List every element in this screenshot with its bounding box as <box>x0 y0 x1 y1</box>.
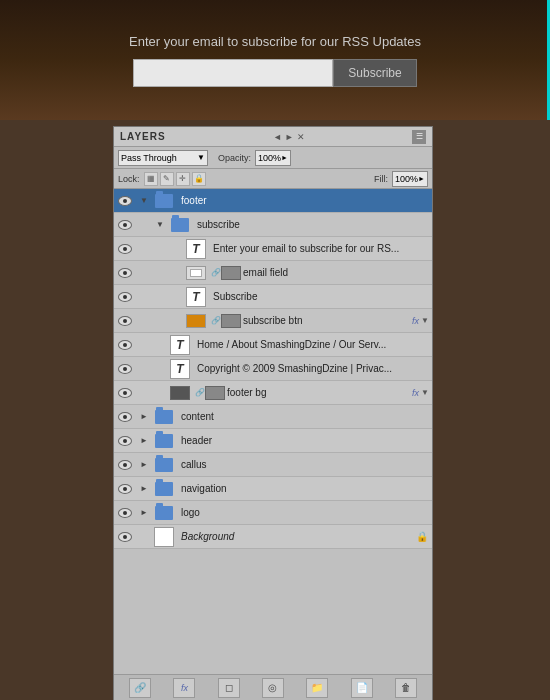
fill-input[interactable]: 100% ► <box>392 171 428 187</box>
thumbnail-subscribe-btn <box>184 311 208 331</box>
expand-icon-logo[interactable]: ► <box>136 508 152 517</box>
fill-arrow: ► <box>418 175 425 182</box>
visibility-icon-copyright[interactable] <box>114 364 136 374</box>
visibility-icon-callus[interactable] <box>114 460 136 470</box>
mask-thumbnail-footer-bg <box>205 386 225 400</box>
visibility-icon-header[interactable] <box>114 436 136 446</box>
blend-mode-arrow: ▼ <box>197 153 205 162</box>
layer-name-background: Background <box>179 531 416 542</box>
fx-badge-subscribe-btn: fx <box>412 316 419 326</box>
new-layer-button[interactable]: 📄 <box>351 678 373 698</box>
fx-arrow-footer-bg: ▼ <box>421 388 429 397</box>
visibility-icon-subscribe-btn[interactable] <box>114 316 136 326</box>
layer-row-rss-text[interactable]: TEnter your email to subscribe for our R… <box>114 237 432 261</box>
layer-name-email-field: email field <box>241 267 432 278</box>
expand-icon-callus[interactable]: ► <box>136 460 152 469</box>
fill-value-text: 100% <box>395 174 418 184</box>
scroll-left-icon[interactable]: ◄ <box>273 132 282 142</box>
layer-name-subscribe: subscribe <box>195 219 432 230</box>
expand-icon-subscribe[interactable]: ▼ <box>152 220 168 229</box>
layer-row-callus[interactable]: ►callus <box>114 453 432 477</box>
visibility-icon-logo[interactable] <box>114 508 136 518</box>
lock-indicator-icon: 🔒 <box>416 531 428 542</box>
visibility-icon-background[interactable] <box>114 532 136 542</box>
layer-name-subscribe-text: Subscribe <box>211 291 432 302</box>
thumbnail-email-field <box>184 263 208 283</box>
mask-thumbnail-email-field <box>221 266 241 280</box>
layer-row-logo[interactable]: ►logo <box>114 501 432 525</box>
thumbnail-navigation <box>152 479 176 499</box>
lock-move-icon[interactable]: ✛ <box>176 172 190 186</box>
layer-row-copyright[interactable]: TCopyright © 2009 SmashingDzine | Privac… <box>114 357 432 381</box>
layer-row-subscribe-btn[interactable]: 🔗subscribe btnfx▼ <box>114 309 432 333</box>
layer-name-callus: callus <box>179 459 432 470</box>
fill-label: Fill: <box>374 174 388 184</box>
lock-position-icon[interactable]: ✎ <box>160 172 174 186</box>
expand-icon-header[interactable]: ► <box>136 436 152 445</box>
chain-icon-subscribe-btn: 🔗 <box>211 314 221 328</box>
layer-name-subscribe-btn: subscribe btn <box>241 315 412 326</box>
visibility-icon-subscribe-text[interactable] <box>114 292 136 302</box>
adjustment-layer-button[interactable]: ◎ <box>262 678 284 698</box>
blend-mode-value: Pass Through <box>121 153 177 163</box>
expand-icon-footer[interactable]: ▼ <box>136 196 152 205</box>
subscribe-button[interactable]: Subscribe <box>333 59 416 87</box>
thumbnail-footer <box>152 191 176 211</box>
opacity-arrow: ► <box>281 154 288 161</box>
lock-row: Lock: ▦ ✎ ✛ 🔒 Fill: 100% ► <box>114 169 432 189</box>
layer-row-navigation[interactable]: ►navigation <box>114 477 432 501</box>
layer-row-footer[interactable]: ▼footer <box>114 189 432 213</box>
blend-mode-select[interactable]: Pass Through ▼ <box>118 150 208 166</box>
thumbnail-home-nav: T <box>168 335 192 355</box>
layer-name-rss-text: Enter your email to subscribe for our RS… <box>211 243 432 254</box>
layer-row-background[interactable]: Background🔒 <box>114 525 432 549</box>
thumbnail-content <box>152 407 176 427</box>
visibility-icon-rss-text[interactable] <box>114 244 136 254</box>
visibility-icon-content[interactable] <box>114 412 136 422</box>
layer-name-logo: logo <box>179 507 432 518</box>
lock-pixels-icon[interactable]: ▦ <box>144 172 158 186</box>
close-icon[interactable]: ✕ <box>297 132 305 142</box>
layer-row-content[interactable]: ►content <box>114 405 432 429</box>
layer-row-subscribe[interactable]: ▼subscribe <box>114 213 432 237</box>
subscribe-row: Subscribe <box>133 59 416 87</box>
link-layers-button[interactable]: 🔗 <box>129 678 151 698</box>
scroll-right-icon[interactable]: ► <box>285 132 294 142</box>
opacity-input[interactable]: 100% ► <box>255 150 291 166</box>
layer-row-footer-bg[interactable]: 🔗footer bgfx▼ <box>114 381 432 405</box>
layer-name-content: content <box>179 411 432 422</box>
visibility-icon-subscribe[interactable] <box>114 220 136 230</box>
layer-name-footer-bg: footer bg <box>225 387 412 398</box>
visibility-icon-home-nav[interactable] <box>114 340 136 350</box>
layer-row-email-field[interactable]: 🔗email field <box>114 261 432 285</box>
lock-all-icon[interactable]: 🔒 <box>192 172 206 186</box>
visibility-icon-email-field[interactable] <box>114 268 136 278</box>
fx-button[interactable]: fx <box>173 678 195 698</box>
chain-icon-footer-bg: 🔗 <box>195 386 205 400</box>
visibility-icon-footer[interactable] <box>114 196 136 206</box>
thumbnail-subscribe <box>168 215 192 235</box>
delete-layer-button[interactable]: 🗑 <box>395 678 417 698</box>
visibility-icon-navigation[interactable] <box>114 484 136 494</box>
layer-name-footer: footer <box>179 195 432 206</box>
layer-row-subscribe-text[interactable]: TSubscribe <box>114 285 432 309</box>
lock-icons: ▦ ✎ ✛ 🔒 <box>144 172 206 186</box>
panel-title: LAYERS <box>120 131 166 142</box>
layer-row-home-nav[interactable]: THome / About SmashingDzine / Our Serv..… <box>114 333 432 357</box>
panel-menu-button[interactable]: ☰ <box>412 130 426 144</box>
layers-panel: LAYERS ◄ ► ✕ ☰ Pass Through ▼ Opacity: 1… <box>113 126 433 700</box>
expand-icon-content[interactable]: ► <box>136 412 152 421</box>
layer-name-home-nav: Home / About SmashingDzine / Our Serv... <box>195 339 432 350</box>
group-layers-button[interactable]: 📁 <box>306 678 328 698</box>
thumbnail-callus <box>152 455 176 475</box>
layer-row-header[interactable]: ►header <box>114 429 432 453</box>
layers-list[interactable]: ▼footer▼subscribeTEnter your email to su… <box>114 189 432 674</box>
thumbnail-copyright: T <box>168 359 192 379</box>
lock-label: Lock: <box>118 174 140 184</box>
add-mask-button[interactable]: ◻ <box>218 678 240 698</box>
opacity-value-text: 100% <box>258 153 281 163</box>
email-input[interactable] <box>133 59 333 87</box>
expand-icon-navigation[interactable]: ► <box>136 484 152 493</box>
visibility-icon-footer-bg[interactable] <box>114 388 136 398</box>
layer-name-header: header <box>179 435 432 446</box>
